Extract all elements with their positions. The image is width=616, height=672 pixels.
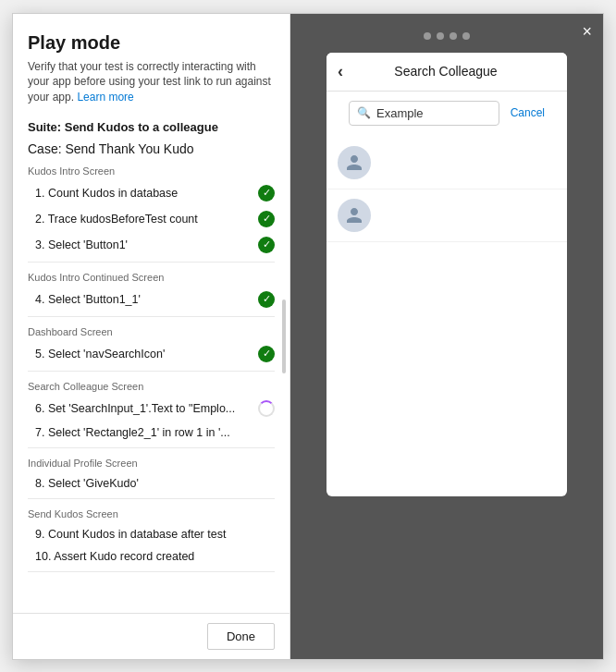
check-icon (258, 185, 275, 202)
step-text: 1. Count Kudos in database (35, 187, 258, 200)
dot-1 (424, 32, 431, 40)
step-row: 3. Select 'Button1' (28, 232, 275, 258)
panel-subtitle: Verify that your test is correctly inter… (28, 59, 275, 105)
avatar-1 (338, 146, 371, 179)
step-row: 2. Trace kudosBeforeTest count (28, 206, 275, 232)
right-panel: × ‹ Search Colleague 🔍 Example Cancel (290, 14, 603, 659)
section-divider (28, 262, 275, 263)
step-row: 6. Set 'SearchInput_1'.Text to "Emplo... (28, 396, 275, 422)
step-text: 10. Assert Kudo record created (35, 550, 275, 563)
section-divider (28, 498, 275, 499)
done-button[interactable]: Done (207, 623, 275, 650)
check-icon (258, 346, 275, 362)
step-row: 5. Select 'navSearchIcon' (28, 341, 275, 367)
screen-label: Send Kudos Screen (28, 508, 275, 519)
cancel-link[interactable]: Cancel (511, 106, 545, 119)
search-icon: 🔍 (357, 106, 371, 119)
steps-container: Kudos Intro Screen1. Count Kudos in data… (28, 165, 275, 572)
step-text: 2. Trace kudosBeforeTest count (35, 213, 258, 226)
step-text: 8. Select 'GiveKudo' (35, 477, 275, 490)
close-button[interactable]: × (582, 23, 592, 40)
avatar-2 (338, 199, 371, 232)
step-text: 9. Count Kudos in database after test (35, 528, 275, 541)
phone-header: ‹ Search Colleague (326, 53, 567, 92)
step-row: 9. Count Kudos in database after test (28, 523, 275, 545)
learn-more-link[interactable]: Learn more (77, 91, 133, 104)
section-divider (28, 447, 275, 448)
suite-title: Suite: Send Kudos to a colleague (28, 120, 275, 134)
search-bar[interactable]: 🔍 Example (349, 101, 499, 126)
search-row: 🔍 Example Cancel (326, 92, 567, 137)
step-row: 1. Count Kudos in database (28, 180, 275, 206)
check-icon (258, 211, 275, 227)
phone-frame: ‹ Search Colleague 🔍 Example Cancel (326, 53, 567, 496)
bottom-bar: Done (13, 613, 290, 659)
dot-3 (450, 32, 457, 40)
dot-2 (437, 32, 444, 40)
check-icon (258, 237, 275, 253)
screen-label: Search Colleague Screen (28, 381, 275, 392)
section-divider (28, 316, 275, 317)
dot-4 (462, 32, 470, 40)
search-input-value[interactable]: Example (376, 106, 491, 120)
step-text: 4. Select 'Button1_1' (35, 293, 258, 306)
step-text: 5. Select 'navSearchIcon' (35, 348, 258, 360)
spinner-icon (258, 400, 275, 417)
screen-label: Kudos Intro Continued Screen (28, 272, 275, 283)
avatar-row-2[interactable] (326, 189, 567, 242)
screen-label: Kudos Intro Screen (28, 165, 275, 177)
step-row: 8. Select 'GiveKudo' (28, 472, 275, 495)
check-icon (258, 291, 275, 308)
step-row: 4. Select 'Button1_1' (28, 287, 275, 312)
phone-screen-title: Search Colleague (354, 64, 537, 79)
case-title: Case: Send Thank You Kudo (28, 141, 275, 156)
back-arrow-icon[interactable]: ‹ (338, 62, 343, 81)
step-row: 10. Assert Kudo record created (28, 545, 275, 568)
section-divider (28, 371, 275, 372)
screen-label: Dashboard Screen (28, 326, 275, 337)
avatar-row-1[interactable] (326, 137, 567, 189)
user-icon-2 (345, 206, 363, 225)
step-text: 6. Set 'SearchInput_1'.Text to "Emplo... (35, 402, 258, 415)
panel-title: Play mode (28, 32, 275, 54)
user-icon-1 (345, 153, 363, 172)
section-divider (28, 571, 275, 572)
dots-row (424, 32, 470, 40)
step-text: 3. Select 'Button1' (35, 238, 258, 251)
scroll-indicator[interactable] (282, 299, 286, 373)
step-row: 7. Select 'Rectangle2_1' in row 1 in '..… (28, 422, 275, 444)
left-panel: Play mode Verify that your test is corre… (13, 14, 290, 659)
step-text: 7. Select 'Rectangle2_1' in row 1 in '..… (35, 426, 275, 439)
screen-label: Individual Profile Screen (28, 458, 275, 469)
